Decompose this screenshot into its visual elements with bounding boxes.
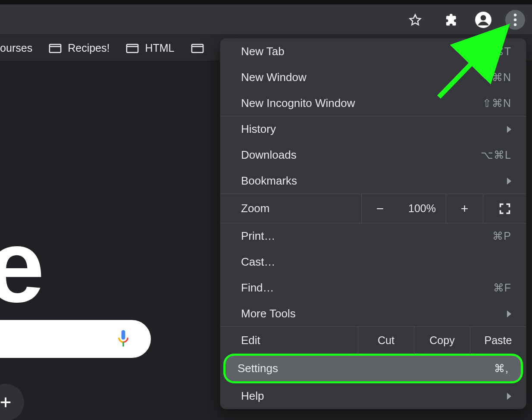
submenu-arrow-icon — [507, 393, 511, 400]
menu-label: New Window — [241, 71, 307, 84]
svg-point-2 — [514, 13, 517, 16]
zoom-out-button[interactable]: − — [361, 194, 398, 223]
toolbar-right — [405, 10, 525, 30]
menu-label: New Tab — [241, 45, 285, 58]
menu-label: New Incognito Window — [241, 97, 355, 110]
puzzle-icon — [444, 13, 458, 27]
submenu-arrow-icon — [507, 178, 511, 185]
menu-shortcut: ⌥⌘L — [481, 149, 511, 161]
menu-shortcut: ⌘T — [493, 45, 511, 58]
menu-label: Bookmarks — [241, 174, 297, 188]
bookmark-folder[interactable]: HTML — [123, 40, 177, 56]
bookmark-label: Recipes! — [68, 42, 110, 54]
bookmark-folder[interactable]: & courses — [0, 40, 35, 56]
menu-more-tools[interactable]: More Tools — [220, 301, 526, 326]
menu-shortcut: ⌘N — [492, 71, 511, 84]
menu-label: Downloads — [241, 148, 297, 162]
menu-label: Settings — [238, 362, 278, 375]
kebab-menu-button[interactable] — [505, 10, 525, 30]
submenu-arrow-icon — [507, 126, 511, 133]
vertical-dots-icon — [513, 13, 517, 26]
menu-label: Cast… — [241, 255, 275, 269]
menu-cast[interactable]: Cast… — [220, 249, 526, 275]
star-outline-icon — [409, 13, 422, 26]
zoom-value: 100% — [398, 194, 446, 223]
bookmark-label: & courses — [0, 42, 32, 54]
profile-button[interactable] — [473, 10, 493, 30]
google-logo-fragment: e — [0, 214, 42, 318]
menu-label: History — [241, 122, 276, 136]
svg-rect-8 — [122, 330, 125, 339]
menu-label: Find… — [241, 281, 274, 295]
chrome-menu: New Tab ⌘T New Window ⌘N New Incognito W… — [220, 38, 526, 409]
menu-label: Zoom — [220, 194, 361, 223]
bookmark-folder[interactable] — [188, 41, 207, 55]
edit-cut-button[interactable]: Cut — [358, 327, 414, 354]
svg-point-1 — [481, 15, 486, 20]
menu-downloads[interactable]: Downloads ⌥⌘L — [220, 142, 526, 168]
zoom-in-button[interactable]: + — [446, 194, 483, 223]
menu-shortcut: ⌘P — [492, 230, 511, 242]
profile-avatar-icon — [475, 12, 491, 28]
menu-label: More Tools — [241, 307, 296, 320]
menu-bookmarks[interactable]: Bookmarks — [220, 168, 526, 194]
folder-icon — [49, 42, 62, 53]
menu-new-incognito[interactable]: New Incognito Window ⇧⌘N — [220, 90, 526, 116]
submenu-arrow-icon — [507, 310, 511, 317]
microphone-icon — [116, 329, 131, 348]
menu-print[interactable]: Print… ⌘P — [220, 223, 526, 249]
folder-icon — [191, 42, 204, 53]
menu-edit-row: Edit Cut Copy Paste — [220, 326, 526, 354]
svg-point-3 — [514, 18, 517, 21]
svg-rect-5 — [50, 44, 61, 53]
svg-point-4 — [514, 23, 517, 26]
menu-label: Help — [241, 389, 264, 403]
bookmark-label: HTML — [145, 42, 174, 54]
bookmark-folder[interactable]: Recipes! — [46, 40, 112, 56]
fullscreen-icon — [499, 203, 511, 215]
add-shortcut-button[interactable] — [0, 384, 24, 420]
menu-zoom-row: Zoom − 100% + — [220, 194, 526, 223]
tab-strip — [0, 0, 532, 4]
menu-find[interactable]: Find… ⌘F — [220, 275, 526, 301]
menu-new-tab[interactable]: New Tab ⌘T — [220, 38, 526, 64]
svg-rect-6 — [127, 44, 138, 53]
menu-shortcut: ⌘F — [493, 282, 511, 294]
menu-shortcut: ⌘, — [494, 362, 509, 375]
search-input[interactable] — [0, 320, 151, 358]
fullscreen-button[interactable] — [483, 194, 526, 223]
svg-rect-7 — [191, 44, 203, 53]
menu-new-window[interactable]: New Window ⌘N — [220, 64, 526, 90]
plus-icon — [0, 396, 12, 409]
edit-paste-button[interactable]: Paste — [470, 327, 526, 354]
edit-copy-button[interactable]: Copy — [414, 327, 470, 354]
menu-help[interactable]: Help — [220, 383, 526, 409]
menu-label: Edit — [220, 327, 358, 354]
folder-icon — [126, 42, 139, 53]
menu-shortcut: ⇧⌘N — [482, 97, 511, 110]
extensions-button[interactable] — [441, 10, 461, 30]
toolbar — [0, 4, 532, 34]
menu-label: Print… — [241, 229, 275, 243]
bookmark-star-button[interactable] — [405, 10, 425, 30]
menu-settings[interactable]: Settings ⌘, — [225, 356, 521, 381]
menu-history[interactable]: History — [220, 116, 526, 142]
